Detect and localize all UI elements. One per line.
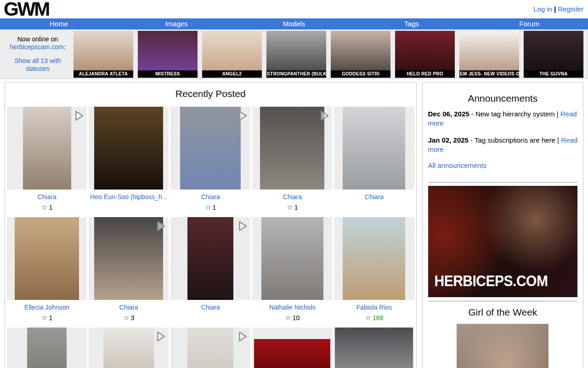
post-thumbnail[interactable]	[334, 107, 414, 190]
post-model-link[interactable]: Chiara	[37, 193, 56, 201]
post-model-link[interactable]: Chiara	[119, 304, 138, 311]
post-grid: Chiara ☆1 Heo Eun-Soo (hipboss_h... ☆ Ch…	[5, 105, 416, 368]
post-photo	[187, 217, 233, 300]
post-photo	[94, 107, 163, 190]
post-model-link[interactable]: Chiara	[201, 193, 220, 201]
announcement-item: Jan 02, 2025 - Tag subscriptions are her…	[428, 136, 577, 155]
divider	[428, 182, 577, 183]
post-photo	[103, 328, 154, 368]
online-model-thumb[interactable]: GODDESS SITRI	[331, 31, 390, 78]
online-model-thumb[interactable]: THE GUVNA	[524, 31, 583, 78]
post-item: Chiara ☆	[170, 217, 250, 322]
post-thumbnail[interactable]	[7, 107, 87, 190]
post-model-name-row: Chiara	[252, 193, 332, 201]
play-icon	[156, 220, 166, 232]
post-model-link[interactable]: Nathalie Nichols	[269, 304, 316, 311]
online-model-thumb[interactable]: MISTRESS	[138, 31, 198, 78]
post-thumbnail[interactable]	[170, 217, 250, 300]
post-thumbnail[interactable]	[7, 217, 87, 300]
post-model-link[interactable]: Fabiola Rios	[356, 304, 392, 311]
girl-of-week-title: Girl of the Week	[428, 307, 577, 318]
online-strip: Now online on herbicepscam.com: Show all…	[0, 29, 588, 79]
post-item: Ellecia Johnson ☆1	[7, 217, 87, 322]
online-model-name: ALEJANDRA ATLETA	[74, 70, 133, 78]
nav-item[interactable]: Models	[235, 18, 353, 29]
nav-item[interactable]: Forum	[470, 18, 588, 29]
post-photo	[261, 217, 323, 300]
nav-item[interactable]: Tags	[353, 18, 470, 29]
auth-links: Log in|Register	[533, 5, 583, 13]
online-model-thumb[interactable]: HELO RED PRO	[395, 31, 455, 78]
post-star-row: ☆1	[252, 203, 332, 211]
post-star-row: ☆1	[170, 203, 250, 211]
post-thumbnail[interactable]	[170, 107, 250, 190]
star-count: 1	[49, 204, 52, 211]
all-announcements-link[interactable]: All announcements	[428, 161, 487, 169]
online-model-name: STRONGPANTHER (BULKIN	[266, 70, 326, 78]
post-thumbnail[interactable]	[170, 328, 250, 368]
online-model-thumb[interactable]: EM JESS- NEW VIDEOS ON	[459, 31, 519, 78]
star-count: 1	[49, 314, 52, 322]
post-star-row: ☆3	[89, 314, 169, 322]
post-item: Chiara ☆1	[7, 107, 87, 211]
post-photo	[343, 107, 405, 190]
star-icon: ☆	[287, 203, 293, 211]
online-model-thumb[interactable]: ALEJANDRA ATLETA	[74, 31, 133, 78]
post-thumbnail[interactable]	[252, 217, 332, 300]
post-photo	[343, 217, 405, 300]
post-photo	[23, 107, 71, 190]
play-icon	[319, 109, 330, 122]
login-link[interactable]: Log in	[533, 5, 552, 13]
show-all-statuses-link[interactable]: Show all 13 with statuses	[14, 57, 61, 73]
play-icon	[237, 220, 248, 232]
play-icon	[237, 109, 248, 122]
online-model-thumb[interactable]: STRONGPANTHER (BULKIN	[266, 31, 326, 78]
post-star-row: ☆10	[252, 314, 332, 322]
online-model-thumb[interactable]: ANGEL2	[202, 31, 262, 78]
online-model-name: EM JESS- NEW VIDEOS ON	[459, 70, 519, 78]
post-model-link[interactable]: Chiara	[283, 193, 302, 201]
star-icon: ☆	[285, 314, 291, 322]
post-model-link[interactable]: Heo Eun-Soo (hipboss_h...	[90, 193, 167, 201]
play-icon	[237, 330, 248, 343]
divider	[428, 301, 577, 301]
post-item: ☆	[170, 328, 250, 368]
recently-posted-title: Recently Posted	[5, 88, 416, 99]
site-logo[interactable]: GWM	[4, 0, 49, 20]
star-icon: ☆	[123, 314, 129, 322]
post-model-link[interactable]: Ellecia Johnson	[24, 304, 69, 311]
post-item: ☆	[334, 328, 414, 368]
post-photo	[27, 328, 67, 368]
recently-posted-panel: Recently Posted Chiara ☆1 Heo Eun-Soo (h…	[5, 82, 417, 368]
announcement-item: Dec 06, 2025 - New tag hierarchy system …	[428, 109, 577, 128]
main-nav: HomeImagesModelsTagsForum	[0, 18, 588, 29]
post-thumbnail[interactable]	[334, 328, 414, 368]
star-count: 1	[294, 204, 298, 211]
post-item: ☆	[252, 328, 332, 368]
post-item: Chiara ☆1	[170, 107, 250, 211]
post-thumbnail[interactable]	[89, 328, 169, 368]
post-model-name-row: Chiara	[334, 193, 414, 201]
post-model-link[interactable]: Chiara	[365, 193, 384, 201]
post-thumbnail[interactable]	[252, 328, 332, 368]
online-model-name: MISTRESS	[138, 70, 198, 78]
cam-site-link[interactable]: herbicepscam.com	[10, 43, 64, 51]
post-thumbnail[interactable]	[334, 217, 414, 300]
online-status-block: Now online on herbicepscam.com: Show all…	[4, 35, 72, 73]
post-thumbnail[interactable]	[89, 107, 169, 190]
herbiceps-banner-text: HERBICEPS.COM	[435, 272, 548, 290]
star-count: 10	[293, 314, 300, 322]
post-thumbnail[interactable]	[89, 217, 169, 300]
content-area: Recently Posted Chiara ☆1 Heo Eun-Soo (h…	[0, 79, 588, 368]
post-model-link[interactable]: Chiara	[201, 304, 220, 311]
post-thumbnail[interactable]	[7, 328, 87, 368]
post-thumbnail[interactable]	[252, 107, 332, 190]
herbiceps-ad-banner[interactable]: HERBICEPS.COM	[428, 186, 577, 297]
nav-item[interactable]: Images	[118, 18, 235, 29]
post-item: Nathalie Nichols ☆10	[252, 217, 332, 322]
post-model-name-row: Nathalie Nichols	[252, 304, 332, 311]
girl-of-week-image[interactable]	[457, 324, 548, 368]
register-link[interactable]: Register	[558, 5, 583, 13]
post-item: Heo Eun-Soo (hipboss_h... ☆	[89, 107, 169, 211]
post-photo	[15, 217, 79, 300]
